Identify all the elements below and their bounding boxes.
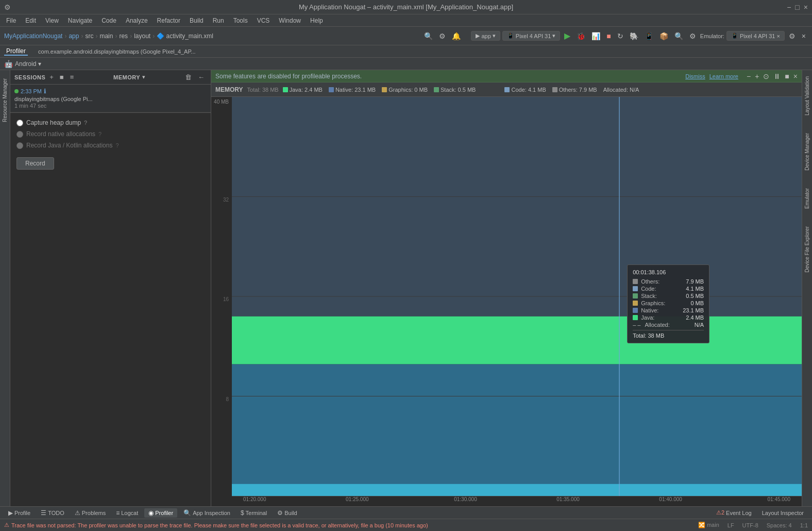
run-config-dropdown[interactable]: ▶ app ▾	[471, 31, 500, 41]
close-button[interactable]: ×	[804, 3, 808, 11]
device-dropdown[interactable]: 📱 Pixel 4 API 31 ▾	[502, 31, 561, 41]
dismiss-link[interactable]: Dismiss	[685, 73, 705, 79]
settings2-icon[interactable]: ⚙	[687, 31, 698, 41]
menu-run[interactable]: Run	[209, 16, 228, 25]
logcat-tab-icon: ≡	[116, 509, 120, 517]
spaces-indicator[interactable]: Spaces: 4	[767, 522, 792, 528]
stop-button[interactable]: ■	[604, 31, 613, 41]
left-sidebar-tabs: Resource Manager	[0, 70, 10, 506]
menu-view[interactable]: View	[41, 16, 63, 25]
native-alloc-option[interactable]: Record native allocations ?	[16, 130, 205, 138]
heap-dump-option[interactable]: Capture heap dump ?	[16, 119, 205, 126]
bottom-tab-profiler[interactable]: ◉ Profiler	[144, 508, 177, 518]
sessions-add-button[interactable]: +	[47, 72, 56, 82]
encoding-indicator[interactable]: UTF-8	[742, 522, 758, 528]
stop-record-icon[interactable]: ■	[785, 72, 789, 80]
sidebar-emulator[interactable]: Emulator	[803, 184, 811, 213]
bottom-tab-build[interactable]: ⚙ Build	[273, 508, 301, 518]
debug-button[interactable]: 🐞	[574, 31, 587, 41]
menu-code[interactable]: Code	[97, 16, 121, 25]
menu-vcs[interactable]: VCS	[253, 16, 274, 25]
menu-refactor[interactable]: Refactor	[153, 16, 184, 25]
others-stat: Others: 7.9 MB	[552, 87, 597, 93]
java-alloc-help-icon[interactable]: ?	[115, 142, 119, 148]
right-sidebar-tabs: Layout Validation Device Manager Emulato…	[802, 70, 812, 506]
native-alloc-radio[interactable]	[16, 131, 23, 138]
emulator-close-icon[interactable]: ×	[800, 31, 808, 41]
run-button[interactable]: ▶	[562, 30, 572, 42]
breadcrumb-app[interactable]: MyApplicationNougat	[4, 32, 62, 40]
device-selector[interactable]: 🤖 Android ▾	[4, 60, 41, 68]
menu-edit[interactable]: Edit	[21, 16, 40, 25]
java-alloc-radio[interactable]	[16, 142, 23, 149]
lf-indicator[interactable]: LF	[728, 522, 734, 528]
memory-dropdown[interactable]: ▾	[142, 74, 145, 80]
sessions-back-button[interactable]: ←	[196, 72, 207, 82]
breadcrumb-file[interactable]: 🔷 activity_main.xml	[157, 32, 213, 40]
profiler-app-tab[interactable]: com.example.android.displayingbitmaps (G…	[36, 48, 198, 55]
sync-button[interactable]: ↻	[615, 31, 625, 41]
java-alloc-option[interactable]: Record Java / Kotlin allocations ?	[16, 142, 205, 149]
heap-dump-help-icon[interactable]: ?	[84, 120, 87, 126]
memory-total-label: Total: 38 MB	[247, 87, 279, 93]
profiler-tab[interactable]: Profiler	[4, 47, 28, 56]
breadcrumb-res: res	[119, 32, 128, 40]
gradle-button[interactable]: 🐘	[628, 31, 640, 41]
menu-tools[interactable]: Tools	[229, 16, 252, 25]
sidebar-resource-manager[interactable]: Resource Manager	[1, 74, 9, 126]
search2-icon[interactable]: 🔍	[672, 31, 685, 41]
menu-help[interactable]: Help	[306, 16, 327, 25]
bottom-tab-problems[interactable]: ⚠ Problems	[71, 508, 110, 518]
bottom-tab-event-log[interactable]: ⚠2 Event Log	[712, 508, 756, 517]
bottom-tab-terminal[interactable]: $ Terminal	[236, 508, 271, 518]
sidebar-device-manager[interactable]: Device Manager	[803, 129, 811, 175]
bottom-tab-layout-inspector[interactable]: Layout Inspector	[758, 509, 808, 517]
java-dot	[283, 87, 288, 92]
native-alloc-help-icon[interactable]: ?	[98, 131, 102, 137]
record-button[interactable]: Record	[16, 157, 54, 170]
maximize-button[interactable]: □	[795, 3, 799, 11]
heap-dump-radio[interactable]	[16, 120, 23, 126]
bottom-tab-logcat[interactable]: ≡ Logcat	[112, 508, 142, 518]
bottom-tab-app-inspection[interactable]: 🔍 App Inspection	[179, 508, 234, 518]
minimize-button[interactable]: −	[787, 3, 791, 11]
pause-icon[interactable]: ⏸	[773, 72, 781, 80]
profile-button[interactable]: 📊	[589, 31, 602, 41]
svg-rect-3	[232, 484, 802, 496]
menu-build[interactable]: Build	[185, 16, 208, 25]
emulator-settings-icon[interactable]: ⚙	[787, 31, 798, 41]
learn-more-link[interactable]: Learn more	[709, 73, 738, 79]
line-col-indicator[interactable]: 1:1	[800, 522, 808, 528]
sessions-trash-button[interactable]: 🗑	[183, 72, 194, 82]
bottom-tab-profile[interactable]: ▶ Profile	[4, 508, 35, 518]
title-bar: ⚙ My Application Nougat – activity_main.…	[0, 0, 812, 14]
menu-file[interactable]: File	[2, 16, 20, 25]
reset-zoom-icon[interactable]: ⊙	[763, 72, 769, 80]
menu-window[interactable]: Window	[275, 16, 305, 25]
sessions-more-button[interactable]: ≡	[68, 72, 76, 82]
graphics-dot	[382, 87, 387, 92]
menu-navigate[interactable]: Navigate	[64, 16, 96, 25]
sessions-stop-button[interactable]: ■	[58, 72, 66, 82]
notifications-icon[interactable]: 🔔	[450, 31, 463, 41]
zoom-in-icon[interactable]: +	[755, 72, 759, 80]
avd-button[interactable]: 📱	[642, 31, 655, 41]
window-controls[interactable]: − □ ×	[787, 3, 808, 11]
x-label-2: 01:25.000	[346, 496, 369, 502]
chart-canvas[interactable]: 00:01:38.106 Others: 7.9 MB Code: 4.1 MB	[232, 97, 802, 496]
emulator-device-dropdown[interactable]: 📱 Pixel 4 API 31 ×	[726, 31, 785, 41]
sdk-button[interactable]: 📦	[657, 31, 670, 41]
zoom-out-icon[interactable]: −	[747, 72, 751, 80]
menu-analyze[interactable]: Analyze	[122, 16, 152, 25]
search-icon[interactable]: 🔍	[422, 31, 435, 41]
stack-stat: Stack: 0.5 MB	[434, 87, 476, 93]
sidebar-device-file-explorer[interactable]: Device File Explorer	[803, 222, 811, 276]
session-item[interactable]: 2:33 PM ℹ displayingbitmaps (Google Pi..…	[10, 85, 211, 112]
y-label-40: 40 MB	[214, 99, 229, 105]
sidebar-layout-validation[interactable]: Layout Validation	[803, 72, 811, 120]
bottom-tab-todo[interactable]: ☰ TODO	[37, 508, 69, 518]
close-profiler-icon[interactable]: ×	[793, 72, 798, 80]
android-dropdown-icon[interactable]: ▾	[38, 60, 41, 68]
breadcrumb-module[interactable]: app	[69, 32, 79, 40]
settings-icon[interactable]: ⚙	[437, 31, 448, 41]
